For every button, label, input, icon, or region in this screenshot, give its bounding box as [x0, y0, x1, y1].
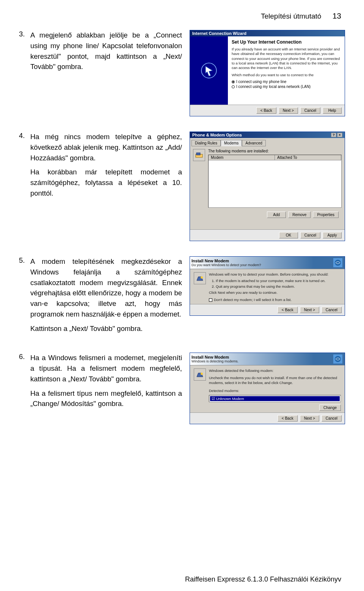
step-4-text: Ha még nincs modem telepítve a géphez, k… — [30, 132, 182, 163]
inm-li2: Quit any programs that may be using the … — [216, 284, 341, 289]
install-modem-window-1: Install New Modem Do you want Windows to… — [190, 256, 345, 316]
detected-list[interactable]: ☑ Unknown Modem — [209, 395, 341, 402]
col-attached: Attached To — [275, 155, 341, 160]
tab-modems[interactable]: Modems — [221, 140, 242, 146]
checkbox-icon — [209, 298, 212, 302]
inm2-sub: Windows is detecting modems. — [191, 359, 238, 363]
page-number: 13 — [333, 11, 341, 20]
icw-window: Internet Connection Wizard Set Up Your I… — [190, 30, 345, 116]
modem-list[interactable]: Modem Attached To — [208, 155, 342, 208]
inm-li1: If the modem is attached to your compute… — [216, 279, 341, 284]
next-button[interactable]: Next > — [300, 415, 319, 422]
step-6-sub: Ha a felismert típus nem megfelelő, katt… — [30, 388, 182, 409]
step-4-sub: Ha korábban már telepített modemet a szá… — [30, 167, 182, 198]
step-4-num: 4. — [19, 132, 27, 199]
inm-sub: Do you want Windows to detect your modem… — [191, 263, 261, 267]
install-modem-window-2: Install New Modem Windows is detecting m… — [190, 353, 345, 424]
step-6-text: Ha a Windows felismeri a modemet, megjel… — [30, 353, 182, 384]
detected-label: Detected modems: — [209, 389, 341, 393]
inm-body: Windows will now try to detect your mode… — [209, 272, 341, 277]
step-5-sub: Kattintson a „Next/ Tovább" gombra. — [30, 323, 182, 334]
step-6-num: 6. — [19, 353, 27, 409]
cancel-button[interactable]: Cancel — [322, 415, 342, 422]
modem-icon — [193, 149, 205, 161]
cancel-button[interactable]: Cancel — [300, 107, 320, 114]
cursor-icon — [201, 62, 217, 79]
icw-body: If you already have an account with an I… — [232, 47, 341, 71]
icw-title: Internet Connection Wizard — [192, 31, 246, 36]
icw-question: Which method do you want to use to conne… — [232, 73, 341, 77]
tab-dialing[interactable]: Dialing Rules — [191, 140, 221, 146]
radio-icon — [232, 85, 235, 88]
page-header: Telepítési útmutató 13 — [19, 11, 345, 20]
step-3-num: 3. — [19, 30, 27, 72]
phone-modem-window: Phone & Modem Options ? × Dialing Rules … — [190, 132, 345, 241]
next-button[interactable]: Next > — [279, 107, 298, 114]
svg-point-10 — [201, 373, 203, 375]
icw-heading: Set Up Your Internet Connection — [232, 39, 341, 45]
apply-button[interactable]: Apply — [323, 232, 342, 238]
step-3-text: A megjelenő ablakban jelölje be a „Conne… — [30, 30, 182, 72]
cancel-button[interactable]: Cancel — [322, 307, 342, 313]
globe-icon — [333, 354, 343, 364]
ok-button[interactable]: OK — [279, 232, 298, 238]
help-button[interactable]: Help — [323, 107, 342, 114]
svg-rect-2 — [196, 153, 200, 155]
inm-body2: Click Next when you are ready to continu… — [209, 290, 341, 295]
pm-label: The following modems are installed: — [208, 149, 342, 153]
step-5-num: 5. — [19, 256, 27, 334]
wizard-sidebar — [190, 36, 228, 105]
inm2-body2: Uncheck the modems you do not wish to in… — [209, 376, 341, 386]
inm2-body: Windows detected the following modem: — [209, 368, 341, 373]
col-modem: Modem — [209, 155, 275, 160]
next-button[interactable]: Next > — [300, 307, 319, 313]
tab-advanced[interactable]: Advanced — [242, 140, 265, 146]
step-5-text: A modem telepítésének megkezdésekor a Wi… — [30, 256, 182, 320]
add-button[interactable]: Add — [267, 212, 286, 218]
svg-point-6 — [201, 276, 203, 279]
properties-button[interactable]: Properties — [313, 212, 339, 218]
cancel-button[interactable]: Cancel — [300, 232, 320, 238]
close-icon[interactable]: × — [337, 133, 342, 137]
modem-detect-icon — [194, 368, 206, 381]
modem-detect-icon — [194, 272, 206, 284]
back-button[interactable]: < Back — [278, 415, 298, 422]
inm-title: Install New Modem — [191, 259, 261, 263]
detected-item[interactable]: ☑ Unknown Modem — [210, 396, 340, 401]
remove-button[interactable]: Remove — [288, 212, 311, 218]
page-footer: Raiffeisen Expressz 6.1.3.0 Felhasználói… — [0, 575, 364, 583]
radio-icon — [232, 80, 235, 83]
inm2-title: Install New Modem — [191, 355, 238, 359]
radio-lan[interactable]: I connect using my local area network (L… — [232, 85, 341, 89]
globe-icon — [333, 257, 343, 268]
back-button[interactable]: < Back — [256, 107, 276, 114]
header-title: Telepítési útmutató — [261, 12, 321, 20]
help-icon[interactable]: ? — [331, 133, 336, 137]
dont-detect-checkbox[interactable]: Don't detect my modem; I will select it … — [209, 298, 341, 303]
pm-title: Phone & Modem Options — [192, 133, 242, 137]
radio-phone[interactable]: I connect using my phone line — [232, 80, 341, 84]
back-button[interactable]: < Back — [278, 307, 298, 313]
change-button[interactable]: Change — [319, 404, 341, 411]
